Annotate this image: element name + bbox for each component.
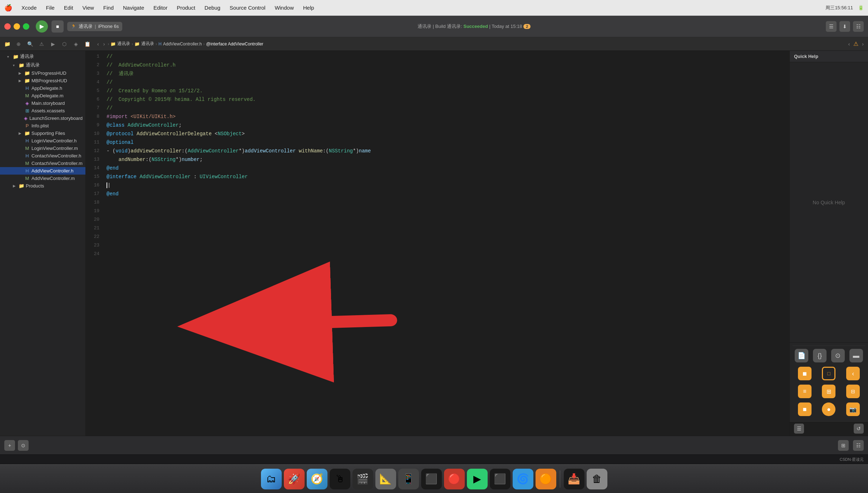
minimize-window-button[interactable] bbox=[14, 23, 20, 30]
breadcrumb-prev[interactable]: ‹ bbox=[847, 40, 852, 48]
dock-mouse[interactable]: 🖱 bbox=[330, 469, 350, 489]
tree-item-add-m[interactable]: M AddViewController.m bbox=[0, 175, 85, 182]
menu-window[interactable]: Window bbox=[273, 4, 295, 11]
qh-icon-row-top: 📄 {} ⊙ ▬ bbox=[793, 346, 865, 365]
stop-button[interactable]: ■ bbox=[51, 20, 64, 33]
menu-xcode[interactable]: Xcode bbox=[20, 4, 38, 11]
run-button[interactable]: ▶ bbox=[36, 20, 48, 33]
breadcrumb-root[interactable]: 📁 通讯录 bbox=[110, 41, 130, 47]
breadcrumb-next[interactable]: › bbox=[860, 40, 865, 48]
report-navigator-icon[interactable]: 📋 bbox=[83, 40, 92, 48]
qh-obj-camera-btn[interactable]: 📷 bbox=[846, 402, 860, 416]
menu-edit[interactable]: Edit bbox=[63, 4, 75, 11]
nav-back[interactable]: ‹ bbox=[96, 40, 100, 48]
dock-blue-app[interactable]: 🌀 bbox=[513, 469, 533, 489]
qh-file-btn[interactable]: 📄 bbox=[795, 349, 808, 362]
tree-item-login-h[interactable]: H LoginViewController.h bbox=[0, 137, 85, 145]
tree-item-appdelegate-h[interactable]: H AppDelegate.h bbox=[0, 84, 85, 92]
dock-launchpad[interactable]: 🚀 bbox=[284, 469, 305, 489]
qh-obj-square2-btn[interactable]: ■ bbox=[798, 402, 812, 416]
breadcrumb-group[interactable]: 📁 通讯录 bbox=[134, 41, 154, 47]
dock-sketch[interactable]: 📐 bbox=[375, 469, 396, 489]
filter-btn[interactable]: ⊙ bbox=[18, 440, 29, 451]
dock-downloads[interactable]: 📥 bbox=[564, 469, 585, 489]
find-navigator-icon[interactable]: 🔍 bbox=[26, 40, 34, 48]
breadcrumb-file[interactable]: H AddViewController.h bbox=[158, 42, 202, 47]
debug-navigator-icon[interactable]: ⬡ bbox=[60, 40, 69, 48]
dock-orange-app[interactable]: 🟠 bbox=[536, 469, 556, 489]
dock-terminal[interactable]: ⬛ bbox=[421, 469, 442, 489]
qh-obj-circle-btn[interactable]: ● bbox=[822, 402, 835, 416]
tree-launch-storyboard-label: LaunchScreen.storyboard bbox=[29, 116, 83, 121]
dock-red-app[interactable]: 🔴 bbox=[444, 469, 465, 489]
debug-toggle[interactable]: ⬇ bbox=[839, 21, 850, 32]
code-editor[interactable]: 1 2 3 4 5 6 7 8 9 10 11 12 13 14 15 16 1 bbox=[86, 51, 789, 436]
qh-rect-btn[interactable]: ▬ bbox=[849, 349, 863, 362]
qh-obj-grid-btn[interactable]: ⊞ bbox=[822, 385, 835, 398]
tree-item-plist[interactable]: P Info.plist bbox=[0, 122, 85, 130]
breadcrumb-symbol[interactable]: @interface AddViewController bbox=[206, 42, 263, 47]
qh-rotate-btn[interactable]: ↺ bbox=[854, 424, 864, 434]
menu-editor[interactable]: Editor bbox=[152, 4, 169, 11]
maximize-window-button[interactable] bbox=[23, 23, 29, 30]
menu-debug[interactable]: Debug bbox=[203, 4, 222, 11]
tree-item-main-storyboard[interactable]: ◈ Main.storyboard bbox=[0, 99, 85, 107]
dock-device[interactable]: 📱 bbox=[398, 469, 419, 489]
tree-item-root[interactable]: ▾ 📁 通讯录 bbox=[0, 52, 85, 61]
menu-file[interactable]: File bbox=[45, 4, 56, 11]
breadcrumb-group-label: 通讯录 bbox=[141, 41, 154, 47]
symbol-navigator-icon[interactable]: ⊕ bbox=[14, 40, 23, 48]
tree-item-supporting[interactable]: ▶ 📁 Supporting Files bbox=[0, 130, 85, 137]
menu-product[interactable]: Product bbox=[175, 4, 197, 11]
tree-item-group[interactable]: ▾ 📁 通讯录 bbox=[0, 61, 85, 69]
tree-item-appdelegate-m[interactable]: M AppDelegate.m bbox=[0, 92, 85, 99]
tree-item-assets[interactable]: ⊞ Assets.xcassets bbox=[0, 107, 85, 114]
add-file-btn[interactable]: + bbox=[4, 440, 15, 451]
issue-navigator-icon[interactable]: ⚠ bbox=[37, 40, 46, 48]
breakpoint-navigator-icon[interactable]: ◈ bbox=[71, 40, 80, 48]
bottom-code-btn[interactable]: ⊞ bbox=[838, 440, 849, 451]
h-file-icon-contact: H bbox=[24, 153, 30, 158]
expand-arrow-supporting: ▶ bbox=[19, 131, 23, 135]
dock-safari[interactable]: 🧭 bbox=[307, 469, 327, 489]
test-navigator-icon[interactable]: ▶ bbox=[49, 40, 57, 48]
dock-finder[interactable]: 🗂 bbox=[261, 469, 282, 489]
tree-item-launch-storyboard[interactable]: ◈ LaunchScreen.storyboard bbox=[0, 114, 85, 122]
menu-find[interactable]: Find bbox=[102, 4, 115, 11]
tree-item-add-h[interactable]: H AddViewController.h bbox=[0, 167, 85, 175]
menu-help[interactable]: Help bbox=[302, 4, 316, 11]
qh-obj-table-btn[interactable]: ≡ bbox=[798, 385, 812, 398]
qh-obj-square-outline[interactable]: □ bbox=[822, 367, 835, 380]
folder-icon-2: 📁 bbox=[19, 63, 24, 68]
bottom-grid-btn[interactable]: ☷ bbox=[853, 440, 864, 451]
utilities-toggle[interactable]: ☷ bbox=[853, 21, 864, 32]
qh-code-btn[interactable]: {} bbox=[813, 349, 827, 362]
scheme-selector[interactable]: 🏃 通讯录 | iPhone 6s bbox=[67, 22, 122, 31]
dock-green-app[interactable]: ▶ bbox=[467, 469, 488, 489]
qh-obj-toggle-btn[interactable]: ⊟ bbox=[846, 385, 860, 398]
tree-item-login-m[interactable]: M LoginViewController.m bbox=[0, 145, 85, 152]
apple-menu[interactable]: 🍎 bbox=[4, 4, 12, 12]
qh-obj-square-solid[interactable]: ■ bbox=[798, 367, 812, 380]
menu-source-control[interactable]: Source Control bbox=[228, 4, 267, 11]
menu-view[interactable]: View bbox=[81, 4, 95, 11]
qh-obj-back-btn[interactable]: ‹ bbox=[846, 367, 860, 380]
dock-video[interactable]: 🎬 bbox=[352, 469, 373, 489]
tree-item-mbprogress[interactable]: ▶ 📁 MBProgressHUD bbox=[0, 77, 85, 84]
navigator-toggle[interactable]: ☰ bbox=[826, 21, 837, 32]
nav-forward[interactable]: › bbox=[102, 40, 107, 48]
file-navigator-icon[interactable]: 📁 bbox=[3, 40, 11, 48]
folder-icon-group: 📁 bbox=[134, 42, 140, 47]
tree-item-contact-m[interactable]: M ContactViewController.m bbox=[0, 160, 85, 167]
line-numbers: 1 2 3 4 5 6 7 8 9 10 11 12 13 14 15 16 1 bbox=[86, 52, 104, 434]
tree-item-contact-h[interactable]: H ContactViewController.h bbox=[0, 152, 85, 160]
dock-dark1[interactable]: ⬛ bbox=[490, 469, 511, 489]
build-status: 通讯录 | Build 通讯录: Succeeded | Today at 15… bbox=[418, 23, 531, 30]
dock-trash[interactable]: 🗑 bbox=[587, 469, 607, 489]
tree-item-products[interactable]: ▶ 📁 Products bbox=[0, 182, 85, 190]
close-window-button[interactable] bbox=[4, 23, 11, 30]
qh-list-view-btn[interactable]: ☰ bbox=[794, 424, 804, 434]
menu-navigate[interactable]: Navigate bbox=[122, 4, 146, 11]
qh-circle-btn[interactable]: ⊙ bbox=[831, 349, 845, 362]
tree-item-svprogress[interactable]: ▶ 📁 SVProgressHUD bbox=[0, 69, 85, 77]
